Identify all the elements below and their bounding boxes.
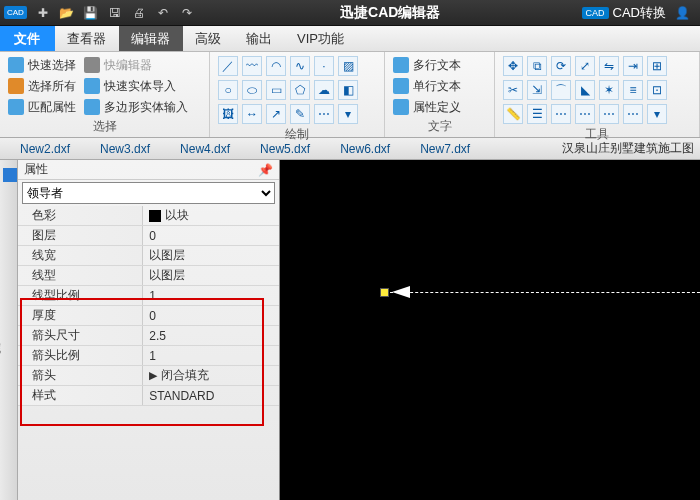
spline-icon[interactable]: ∿ bbox=[290, 56, 310, 76]
doc-tab[interactable]: New3.dxf bbox=[100, 142, 150, 156]
quick-editor-icon bbox=[84, 57, 100, 73]
prop-row-style: 样式STANDARD bbox=[18, 386, 279, 406]
doc-tab[interactable]: New6.dxf bbox=[340, 142, 390, 156]
arrowhead-icon bbox=[392, 286, 410, 298]
poly-ent-in-button[interactable]: 多边形实体输入 bbox=[84, 98, 188, 116]
dim-icon[interactable]: ↔ bbox=[242, 104, 262, 124]
polygon2-icon[interactable]: ⬠ bbox=[290, 80, 310, 100]
tmore4-icon[interactable]: ⋯ bbox=[623, 104, 643, 124]
side-tab-favorites[interactable]: 收藏夹 bbox=[0, 160, 18, 500]
layer-icon[interactable]: ☰ bbox=[527, 104, 547, 124]
print-icon[interactable]: 🖨 bbox=[129, 3, 149, 23]
offset-icon[interactable]: ⇥ bbox=[623, 56, 643, 76]
hatch-icon[interactable]: ▨ bbox=[338, 56, 358, 76]
ribbon-label-draw: 绘制 bbox=[218, 124, 376, 143]
trim-icon[interactable]: ✂ bbox=[503, 80, 523, 100]
menu-bar: 文件 查看器 编辑器 高级 输出 VIP功能 bbox=[0, 26, 700, 52]
tmore2-icon[interactable]: ⋯ bbox=[575, 104, 595, 124]
pin-icon[interactable]: 📌 bbox=[258, 163, 273, 177]
chamfer-icon[interactable]: ◣ bbox=[575, 80, 595, 100]
ribbon-group-text: 多行文本 单行文本 属性定义 文字 bbox=[385, 52, 495, 137]
drawing-canvas[interactable] bbox=[280, 160, 700, 500]
polyline-icon[interactable]: 〰 bbox=[242, 56, 262, 76]
prop-row-arrowscale: 箭头比例1 bbox=[18, 346, 279, 366]
prop-row-color: 色彩以块 bbox=[18, 206, 279, 226]
saveall-icon[interactable]: 🖫 bbox=[105, 3, 125, 23]
array-icon[interactable]: ⊞ bbox=[647, 56, 667, 76]
match-icon bbox=[8, 99, 24, 115]
rotate-icon[interactable]: ⟳ bbox=[551, 56, 571, 76]
copy-icon[interactable]: ⧉ bbox=[527, 56, 547, 76]
more1-icon[interactable]: ⋯ bbox=[314, 104, 334, 124]
prop-row-arrowsize: 箭头尺寸2.5 bbox=[18, 326, 279, 346]
stext-icon bbox=[393, 78, 409, 94]
extend-icon[interactable]: ⇲ bbox=[527, 80, 547, 100]
quick-ent-import-button[interactable]: 快速实体导入 bbox=[84, 77, 188, 95]
cad-convert-button[interactable]: CAD转换 bbox=[613, 4, 666, 22]
menu-output[interactable]: 输出 bbox=[234, 26, 285, 51]
doc-tab[interactable]: New7.dxf bbox=[420, 142, 470, 156]
group-icon[interactable]: ⊡ bbox=[647, 80, 667, 100]
doc-tab[interactable]: New4.dxf bbox=[180, 142, 230, 156]
cloud-icon[interactable]: ☁ bbox=[314, 80, 334, 100]
menu-editor[interactable]: 编辑器 bbox=[119, 26, 183, 51]
color-swatch-icon bbox=[149, 210, 161, 222]
doc-tab[interactable]: New2.dxf bbox=[20, 142, 70, 156]
mtext-button[interactable]: 多行文本 bbox=[393, 56, 461, 74]
select-all-button[interactable]: 选择所有 bbox=[8, 77, 76, 95]
redo-icon[interactable]: ↷ bbox=[177, 3, 197, 23]
tmore1-icon[interactable]: ⋯ bbox=[551, 104, 571, 124]
stext-button[interactable]: 单行文本 bbox=[393, 77, 461, 95]
image-icon[interactable]: 🖼 bbox=[218, 104, 238, 124]
menu-file[interactable]: 文件 bbox=[0, 26, 55, 51]
arc-icon[interactable]: ◠ bbox=[266, 56, 286, 76]
quick-editor-button: 快编辑器 bbox=[84, 56, 188, 74]
polygon-icon bbox=[84, 99, 100, 115]
match-prop-button[interactable]: 匹配属性 bbox=[8, 98, 76, 116]
grip-handle[interactable] bbox=[380, 288, 389, 297]
attrdef-button[interactable]: 属性定义 bbox=[393, 98, 461, 116]
ribbon-group-tools: ✥ ⧉ ⟳ ⤢ ⇋ ⇥ ⊞ ✂ ⇲ ⌒ ◣ ✶ ≡ ⊡ 📏 ☰ ⋯ ⋯ ⋯ ⋯ … bbox=[495, 52, 700, 137]
scale-icon[interactable]: ⤢ bbox=[575, 56, 595, 76]
doc-tab-active[interactable]: 汉泉山庄别墅建筑施工图 bbox=[562, 140, 700, 157]
more2-icon[interactable]: ▾ bbox=[338, 104, 358, 124]
properties-panel: 属性 📌 领导者 色彩以块 图层0 线宽以图层 线型以图层 线型比例1 厚度0 … bbox=[18, 160, 280, 500]
new-icon[interactable]: ✚ bbox=[33, 3, 53, 23]
ribbon-label-text: 文字 bbox=[393, 116, 486, 135]
ribbon: 快速选择 选择所有 匹配属性 快编辑器 快速实体导入 多边形实体输入 选择 ／ … bbox=[0, 52, 700, 138]
app-title: 迅捷CAD编辑器 bbox=[199, 4, 582, 22]
open-icon[interactable]: 📂 bbox=[57, 3, 77, 23]
rect-icon[interactable]: ▭ bbox=[266, 80, 286, 100]
fillet-icon[interactable]: ⌒ bbox=[551, 80, 571, 100]
explode-icon[interactable]: ✶ bbox=[599, 80, 619, 100]
brush-icon[interactable]: ✎ bbox=[290, 104, 310, 124]
ellipse-icon[interactable]: ⬭ bbox=[242, 80, 262, 100]
panel-title: 属性 bbox=[24, 161, 48, 178]
line-icon[interactable]: ／ bbox=[218, 56, 238, 76]
tmore3-icon[interactable]: ⋯ bbox=[599, 104, 619, 124]
leader-icon[interactable]: ↗ bbox=[266, 104, 286, 124]
align-icon[interactable]: ≡ bbox=[623, 80, 643, 100]
quick-select-button[interactable]: 快速选择 bbox=[8, 56, 76, 74]
circle-icon[interactable]: ○ bbox=[218, 80, 238, 100]
mirror-icon[interactable]: ⇋ bbox=[599, 56, 619, 76]
ribbon-group-select: 快速选择 选择所有 匹配属性 快编辑器 快速实体导入 多边形实体输入 选择 bbox=[0, 52, 210, 137]
prop-row-layer: 图层0 bbox=[18, 226, 279, 246]
ribbon-group-draw: ／ 〰 ◠ ∿ · ▨ ○ ⬭ ▭ ⬠ ☁ ◧ 🖼 ↔ ↗ ✎ ⋯ ▾ 绘制 bbox=[210, 52, 385, 137]
property-grid: 色彩以块 图层0 线宽以图层 线型以图层 线型比例1 厚度0 箭头尺寸2.5 箭… bbox=[18, 206, 279, 500]
leader-line bbox=[385, 292, 700, 293]
ribbon-label-select: 选择 bbox=[8, 116, 201, 135]
undo-icon[interactable]: ↶ bbox=[153, 3, 173, 23]
doc-tab[interactable]: New5.dxf bbox=[260, 142, 310, 156]
save-icon[interactable]: 💾 bbox=[81, 3, 101, 23]
menu-viewer[interactable]: 查看器 bbox=[55, 26, 119, 51]
user-icon[interactable]: 👤 bbox=[672, 3, 692, 23]
block-icon[interactable]: ◧ bbox=[338, 80, 358, 100]
menu-advanced[interactable]: 高级 bbox=[183, 26, 234, 51]
point-icon[interactable]: · bbox=[314, 56, 334, 76]
entity-type-select[interactable]: 领导者 bbox=[22, 182, 275, 204]
move-icon[interactable]: ✥ bbox=[503, 56, 523, 76]
tmore5-icon[interactable]: ▾ bbox=[647, 104, 667, 124]
measure-icon[interactable]: 📏 bbox=[503, 104, 523, 124]
menu-vip[interactable]: VIP功能 bbox=[285, 26, 357, 51]
